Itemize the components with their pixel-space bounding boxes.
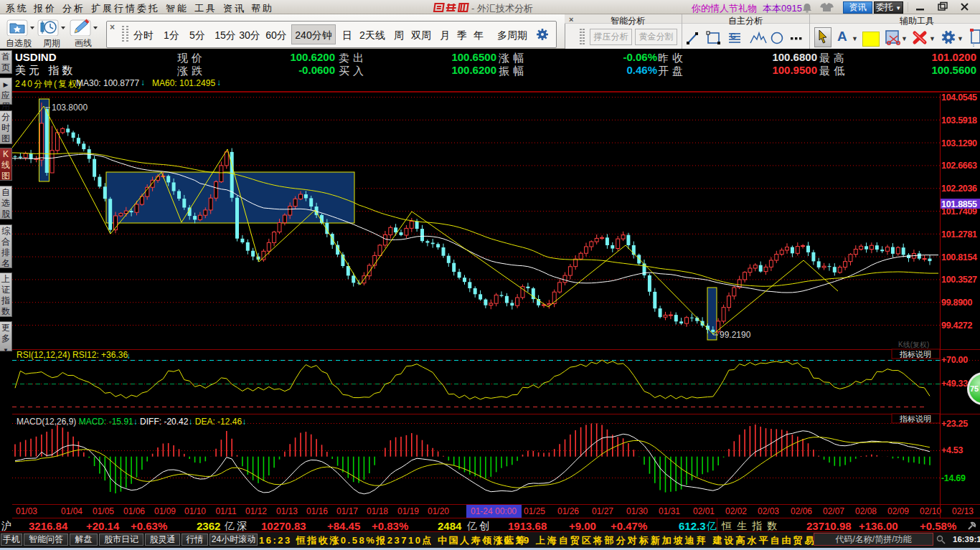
svg-text:01/13: 01/13 (276, 506, 298, 516)
svg-text:100.8154: 100.8154 (941, 252, 977, 262)
svg-text:01/11: 01/11 (215, 506, 236, 516)
svg-text:MACD(12,26,9) MACD: -15.91↓ D: MACD(12,26,9) MACD: -15.91↓ DIFF: -20.42… (17, 417, 246, 427)
svg-text:指标说明: 指标说明 (899, 350, 931, 359)
svg-text:01/25: 01/25 (524, 506, 545, 516)
svg-text:01/10: 01/10 (184, 506, 206, 516)
svg-text:02/09: 02/09 (887, 506, 909, 516)
svg-text:99.8900: 99.8900 (941, 298, 972, 308)
svg-text:+23.25: +23.25 (941, 419, 968, 429)
svg-text:02/02: 02/02 (725, 506, 747, 516)
svg-text:102.2036: 102.2036 (941, 184, 977, 194)
svg-text:101.8855: 101.8855 (941, 199, 977, 209)
svg-text:100.3527: 100.3527 (941, 275, 977, 285)
svg-text:103.8000: 103.8000 (52, 103, 88, 113)
svg-text:+49.33: +49.33 (941, 379, 968, 389)
svg-text:99.2190: 99.2190 (720, 330, 751, 340)
svg-text:指标说明: 指标说明 (899, 414, 931, 423)
svg-text:01/19: 01/19 (397, 506, 419, 516)
svg-text:01/04: 01/04 (61, 506, 83, 516)
svg-text:02/01: 02/01 (693, 506, 715, 516)
svg-text:02/07: 02/07 (823, 506, 844, 516)
svg-text:02/08: 02/08 (855, 506, 877, 516)
svg-text:02/10: 02/10 (920, 506, 941, 516)
svg-text:01/20: 01/20 (428, 506, 449, 516)
svg-text:103.5918: 103.5918 (941, 115, 977, 125)
svg-text:103.1290: 103.1290 (941, 138, 977, 148)
svg-text:01/26: 01/26 (557, 506, 579, 516)
svg-text:01/16: 01/16 (306, 506, 328, 516)
svg-text:01/18: 01/18 (367, 506, 388, 516)
svg-text:01/03: 01/03 (16, 506, 37, 516)
svg-text:01/12: 01/12 (245, 506, 267, 516)
svg-text:-14.69: -14.69 (941, 473, 966, 483)
svg-text:01/05: 01/05 (93, 506, 114, 516)
svg-text:01/27: 01/27 (592, 506, 613, 516)
svg-text:01/09: 01/09 (154, 506, 176, 516)
svg-text:01/17: 01/17 (336, 506, 358, 516)
svg-text:K线(复权): K线(复权) (898, 341, 929, 349)
svg-text:+4.53: +4.53 (941, 445, 963, 455)
svg-text:02/06: 02/06 (791, 506, 812, 516)
svg-text:+70.00: +70.00 (941, 355, 968, 365)
svg-text:102.6663: 102.6663 (941, 161, 977, 171)
svg-text:104.0545: 104.0545 (941, 93, 977, 103)
svg-text:01/31: 01/31 (659, 506, 680, 516)
svg-text:02/03: 02/03 (758, 506, 779, 516)
svg-text:G: G (730, 32, 736, 40)
svg-text:101.2781: 101.2781 (941, 229, 977, 240)
svg-text:02/13: 02/13 (952, 506, 974, 516)
svg-text:RSI(12,12,24) RSI12: +36.36: RSI(12,12,24) RSI12: +36.36 (17, 350, 128, 360)
svg-text:01/06: 01/06 (123, 506, 145, 516)
svg-text:↓: ↓ (126, 351, 131, 361)
svg-text:99.4272: 99.4272 (941, 321, 972, 331)
svg-text:01-24 00:00: 01-24 00:00 (471, 506, 517, 516)
svg-text:01/30: 01/30 (626, 506, 648, 516)
